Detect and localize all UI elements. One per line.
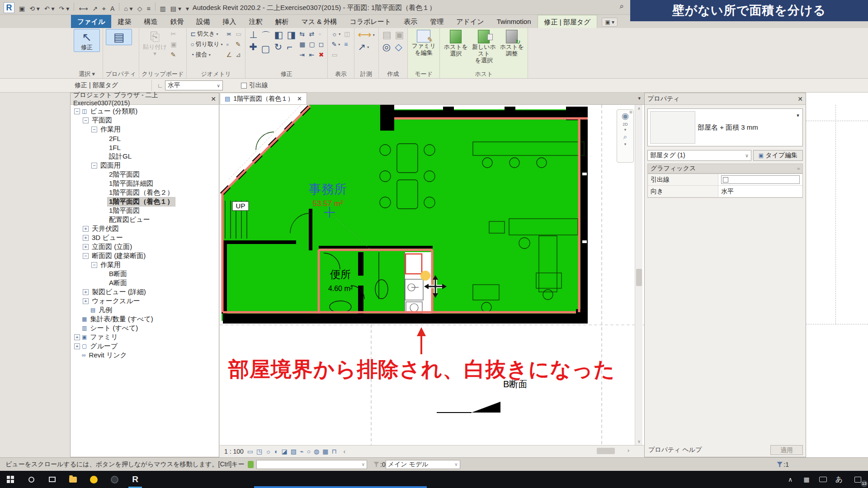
view-control-icon[interactable]: ◍ [314, 448, 319, 455]
ribbon-tool-⊥[interactable]: ⊥ [248, 29, 258, 41]
expand-icon[interactable]: + [83, 226, 89, 232]
ribbon-tool-≡[interactable]: ≡ [343, 39, 351, 49]
chevron-down-icon[interactable]: ▾ [624, 127, 627, 132]
tree-item-グループ[interactable]: +▢グループ [71, 342, 219, 351]
ribbon-tool-◎[interactable]: ◎ [382, 41, 392, 53]
ribbon-tool-◨[interactable]: ◨ [286, 29, 297, 41]
ribbon-tool-⊿[interactable]: ⊿ [235, 50, 242, 60]
ribbon-tool-✎[interactable]: ✎▾ [330, 39, 341, 49]
selected-element[interactable] [406, 254, 422, 274]
drawing-canvas[interactable]: UP [220, 105, 644, 445]
tree-item-2階平面図[interactable]: 2階平面図 [71, 170, 219, 179]
selection-filter[interactable]: 部屋タグ (1) ∨ [647, 150, 751, 161]
collapse-icon[interactable]: ‹ [343, 448, 345, 455]
expand-icon[interactable]: + [83, 235, 89, 241]
tree-item-3D ビュー[interactable]: +3D ビュー [71, 233, 219, 242]
view-tab-close-icon[interactable]: ✕ [297, 95, 302, 102]
ribbon-button-新しいホストを選択[interactable]: 新しいホスト を選択 [471, 29, 497, 65]
zoom-icon[interactable]: ⌕ [623, 133, 627, 141]
collapse-icon[interactable]: − [83, 117, 89, 123]
tree-item-配置図ビュー[interactable]: 配置図ビュー [71, 215, 219, 224]
tree-item-天井伏図[interactable]: +天井伏図 [71, 224, 219, 233]
tree-item-1階平面詳細図[interactable]: 1階平面詳細図 [71, 179, 219, 188]
tree-item-作業用[interactable]: −作業用 [71, 125, 219, 134]
ribbon-tool-⌐[interactable]: ⌐ [286, 41, 297, 53]
ribbon-tool-▫[interactable]: ▫ [318, 29, 325, 39]
editable-only-filter[interactable]: :0 [373, 461, 386, 468]
ribbon-tab-設備[interactable]: 設備 [190, 15, 216, 28]
view-control-icon[interactable]: ◳ [256, 448, 262, 455]
ribbon-tool-▭[interactable]: ▭ [330, 50, 341, 60]
ribbon-tool-▭[interactable]: ▭ [235, 29, 242, 39]
ribbon-tool-切欠き[interactable]: ⊏切欠き▾ [189, 29, 223, 39]
ribbon-tool-▣[interactable]: ▣ [170, 39, 178, 49]
ribbon-tool-✎[interactable]: ✎ [170, 50, 178, 60]
design-option-combo[interactable]: メイン モデル ∨ [386, 460, 460, 469]
ribbon-tool-▢[interactable]: ▢ [260, 43, 272, 55]
scroll-up-icon[interactable]: ∧ [635, 105, 643, 112]
checkbox[interactable] [723, 177, 728, 183]
expand-icon[interactable]: + [74, 343, 80, 349]
ribbon-tool-▤[interactable]: ▤ [382, 29, 392, 41]
graphics-section-header[interactable]: グラフィックス ≈ [647, 164, 803, 174]
view-control-icon[interactable]: ○ [307, 448, 311, 455]
expand-icon[interactable]: + [83, 289, 89, 295]
ribbon-tool-↗[interactable]: ↗▾ [357, 41, 376, 53]
view-tab[interactable]: ▤ 1階平面図（着色１） ✕ [220, 93, 307, 104]
ribbon-button-ホストを調整[interactable]: ホストを 調整 [499, 29, 525, 58]
tree-item-設計GL[interactable]: 設計GL [71, 152, 219, 161]
ribbon-tool-▣[interactable]: ▣ [394, 29, 405, 41]
ribbon-tool-⇆[interactable]: ⇆ [298, 29, 306, 39]
tree-item-立面図 (立面)[interactable]: +立面図 (立面) [71, 242, 219, 251]
task-view-button[interactable] [42, 471, 62, 488]
param-value[interactable] [718, 174, 802, 185]
tree-item-1階平面図[interactable]: 1階平面図 [71, 206, 219, 215]
ribbon-tool-◻[interactable]: ◻ [318, 39, 325, 49]
notification-icon[interactable]: 13 [847, 471, 868, 488]
ribbon-tab-アドイン[interactable]: アドイン [450, 15, 490, 28]
ribbon-tool-✎[interactable]: ✎ [235, 39, 242, 49]
tree-item-ウォークスルー[interactable]: +ウォークスルー [71, 296, 219, 305]
scrollbar-thumb[interactable] [636, 269, 642, 286]
ribbon-tool-切り取り[interactable]: ○切り取り▾ [189, 39, 223, 49]
ribbon-tool-∠[interactable]: ∠ [225, 50, 233, 60]
tree-item-1階平面図（着色２）[interactable]: 1階平面図（着色２） [71, 188, 219, 197]
tree-item-平面図[interactable]: −平面図 [71, 116, 219, 125]
ribbon-tool-⟷[interactable]: ⟷▾ [357, 29, 376, 41]
ribbon-tab-表示[interactable]: 表示 [397, 15, 424, 28]
ribbon-button-icon[interactable]: ▤ [106, 29, 132, 45]
tree-item-集計表/数量 (すべて)[interactable]: ▦集計表/数量 (すべて) [71, 314, 219, 324]
tree-item-製図ビュー (詳細)[interactable]: +製図ビュー (詳細) [71, 287, 219, 296]
hscroll-thumb[interactable] [597, 448, 615, 454]
room-tag-name[interactable]: 事務所 [309, 182, 347, 196]
collapse-icon[interactable]: − [74, 108, 80, 114]
browser-app-icon[interactable] [104, 471, 125, 488]
ribbon-button-ファミリを編集[interactable]: ファミリ を編集 [410, 29, 437, 57]
collapse-icon[interactable]: − [91, 127, 97, 132]
ribbon-display-toggle[interactable]: ▣ ▾ [602, 18, 618, 27]
ime-indicator[interactable]: あ [831, 471, 847, 488]
ribbon-tab-Twinmotion[interactable]: Twinmotion [491, 15, 538, 28]
scroll-down-icon[interactable]: ∨ [635, 438, 643, 445]
tree-item-ファミリ[interactable]: +▣ファミリ [71, 333, 219, 342]
tray-app-icon[interactable]: ▦ [798, 471, 815, 488]
touch-keyboard-icon[interactable] [815, 471, 831, 488]
expand-icon[interactable]: + [74, 334, 80, 340]
close-icon[interactable]: ⊗ [629, 110, 632, 114]
ribbon-tab-挿入[interactable]: 挿入 [216, 15, 242, 28]
view-control-icon[interactable]: ▧ [291, 448, 297, 455]
ribbon-tool-◫[interactable]: ◫ [343, 29, 351, 39]
close-icon[interactable]: ✕ [797, 95, 803, 103]
ribbon-tool-≍[interactable]: ≍ [225, 29, 233, 39]
ribbon-button-ホストを選択[interactable]: ホストを 選択 [443, 29, 469, 58]
view-control-icon[interactable]: ◪ [282, 448, 288, 455]
ribbon-tab-解析[interactable]: 解析 [269, 15, 295, 28]
selection-filter-count[interactable]: :1 [777, 461, 789, 468]
tree-item-1階平面図（着色１）[interactable]: 1階平面図（着色１） [71, 197, 219, 206]
start-button[interactable] [0, 471, 21, 488]
ribbon-tab-管理[interactable]: 管理 [424, 15, 450, 28]
room-tag-area[interactable]: 4.60 m² [328, 285, 353, 292]
orientation-select[interactable]: 水平 ∨ [165, 80, 223, 90]
collapse-icon[interactable]: − [83, 253, 89, 259]
chevron-down-icon[interactable]: ▾ [793, 109, 802, 146]
